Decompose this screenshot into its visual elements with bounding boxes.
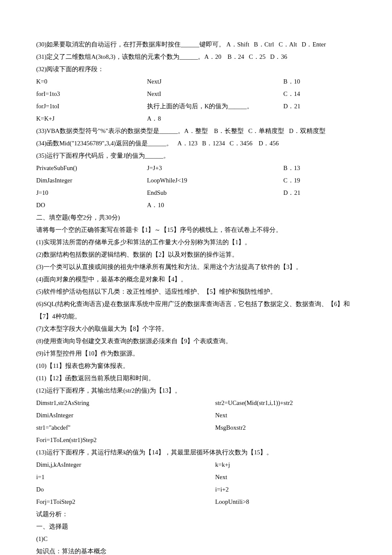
question-35-code-block: PrivateSubFun() DimJasInteger J=10 DO J=… xyxy=(36,162,356,211)
code-line: i=1 xyxy=(36,471,215,483)
option-d: D．21 xyxy=(283,187,356,199)
option-b: B．13 xyxy=(283,162,356,174)
option-d: D．21 xyxy=(283,100,356,113)
fill-11: (11)【12】函数返回当前系统日期和时间。 xyxy=(36,372,356,384)
fill-9: (9)计算型控件用【10】作为数据源。 xyxy=(36,347,356,360)
code-line: MsgBoxstr2 xyxy=(215,422,356,434)
code-line: 执行上面的语句后，K的值为______。 xyxy=(147,100,283,113)
code-line: EndSub xyxy=(147,187,283,199)
code-line: K=K+J xyxy=(36,113,147,125)
code-line: str2=UCase(Mid(str1,i,1))+str2 xyxy=(215,397,356,409)
code-line: PrivateSubFun() xyxy=(36,162,147,174)
question-32-code-block: K=0 forI=1to3 forJ=1toI K=K+J NextJ Next… xyxy=(36,75,356,125)
code-line: A．8 xyxy=(147,113,283,125)
code-line: J=10 xyxy=(36,187,147,199)
question-32-intro: (32)阅读下面的程序段： xyxy=(36,63,356,75)
code-line: Next xyxy=(215,409,356,422)
question-33: (33)VBA数据类型符号"%"表示的数据类型是______。A．整型 B．长整… xyxy=(36,125,356,137)
code-line: Fori=1ToLen(str1)Step2 xyxy=(36,434,215,446)
code-line: Next xyxy=(215,471,356,483)
code-line: NextI xyxy=(147,88,283,100)
code-line: str1="abcdef" xyxy=(36,422,215,434)
question-30: (30)如果要取消宏的自动运行，在打开数据库时按住______键即可。 A．Sh… xyxy=(36,38,356,51)
code-line: K=0 xyxy=(36,75,147,88)
answer-1: (1)C xyxy=(36,533,356,545)
question-31: (31)定义了二维数组A(3to8,3)，该数组的元素个数为______。A．2… xyxy=(36,51,356,63)
code-line: LoopUntili>8 xyxy=(215,496,356,508)
fill-6: (6)SQL(结构化查询语言)是在数据库系统中应用广泛的数据库查询语言，它包括了… xyxy=(36,298,356,323)
answer-1-knowledge: 知识点：算法的基本概念 xyxy=(36,545,356,555)
option-b: B．10 xyxy=(283,75,356,88)
fill-13-intro: (13)运行下面程序，其运行结果k的值为【14】，其最里层循环体执行次数为【15… xyxy=(36,446,356,459)
section-2-note: 请将每一个空的正确答案写在答题卡【1】～【15】序号的横线上，答在试卷上不得分。 xyxy=(36,224,356,236)
fill-3: (3)一个类可以从直接或间接的祖先中继承所有属性和方法。采用这个方法提高了软件的… xyxy=(36,261,356,273)
option-c: C．14 xyxy=(283,88,356,100)
code-line: Forj=1ToiStep2 xyxy=(36,496,215,508)
section-2-title: 二、填空题(每空2分，共30分) xyxy=(36,211,356,224)
code-line: Dimi,j,kAsInteger xyxy=(36,459,215,471)
question-35-intro: (35)运行下面程序代码后，变量J的值为______。 xyxy=(36,150,356,162)
fill-1: (1)实现算法所需的存储单元多少和算法的工作量大小分别称为算法的【1】。 xyxy=(36,236,356,249)
analysis-section-1: 一、选择题 xyxy=(36,520,356,533)
code-line: i=i+2 xyxy=(215,483,356,496)
code-line: DimiAsInteger xyxy=(36,409,215,422)
code-line: DO xyxy=(36,199,147,211)
code-line: k=k+j xyxy=(215,459,356,471)
fill-5: (5)软件维护活动包括以下几类：改正性维护、适应性维护、【5】维护和预防性维护。 xyxy=(36,286,356,298)
fill-12-code-block: Dimstr1,str2AsString DimiAsInteger str1=… xyxy=(36,397,356,446)
question-34: (34)函数Mid("123456789",3,4)返回的值是______。 A… xyxy=(36,137,356,150)
code-line: Do xyxy=(36,483,215,496)
code-line: J=J+3 xyxy=(147,162,283,174)
fill-8: (8)使用查询向导创建交叉表查询的数据源必须来自【9】个表或查询。 xyxy=(36,335,356,347)
fill-10: (10)【11】报表也称为窗体报表。 xyxy=(36,360,356,372)
fill-12-intro: (12)运行下面程序，其输出结果(str2的值)为【13】。 xyxy=(36,384,356,397)
code-line: NextJ xyxy=(147,75,283,88)
code-line: forJ=1toI xyxy=(36,100,147,113)
code-line: DimJasInteger xyxy=(36,174,147,187)
code-line: Dimstr1,str2AsString xyxy=(36,397,215,409)
fill-4: (4)面向对象的模型中，最基本的概念是对象和【4】。 xyxy=(36,273,356,286)
fill-13-code-block: Dimi,j,kAsInteger i=1 Do Forj=1ToiStep2 … xyxy=(36,459,356,508)
code-line: LoopWhileJ<19 xyxy=(147,174,283,187)
analysis-title: 试题分析： xyxy=(36,508,356,520)
fill-7: (7)文本型字段大小的取值最大为【8】个字符。 xyxy=(36,323,356,335)
option-c: C．19 xyxy=(283,174,356,187)
fill-2: (2)数据结构包括数据的逻辑结构、数据的【2】以及对数据的操作运算。 xyxy=(36,249,356,261)
code-line: forI=1to3 xyxy=(36,88,147,100)
code-line: A．10 xyxy=(147,199,283,211)
